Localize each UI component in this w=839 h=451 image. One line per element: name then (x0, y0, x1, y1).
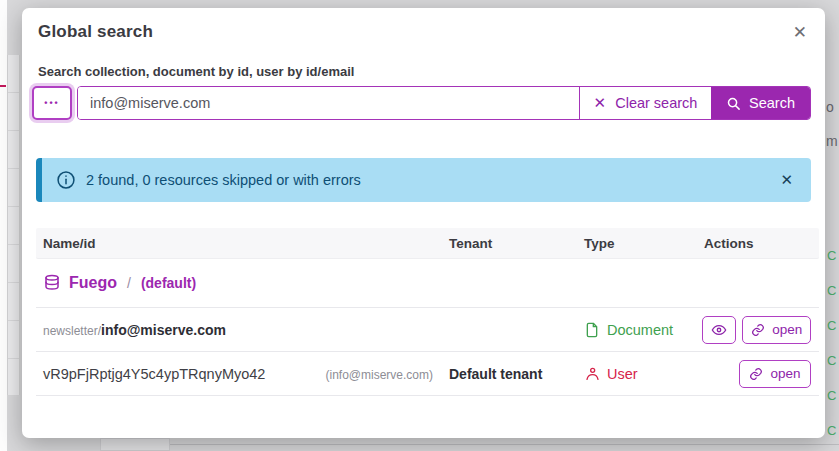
collection-name[interactable]: Fuego (69, 274, 117, 292)
preview-button[interactable] (702, 316, 736, 344)
modal-header: Global search ✕ (30, 22, 811, 43)
link-icon (749, 367, 763, 381)
banner-close-icon[interactable]: ✕ (778, 169, 795, 191)
user-id: vR9pFjRptjg4Y5c4ypTRqnyMyo42 (43, 366, 265, 382)
user-icon (584, 366, 600, 382)
background-page (0, 0, 7, 451)
header-actions: Actions (702, 236, 819, 251)
document-id: info@miserve.com (101, 322, 226, 338)
global-search-modal: Global search ✕ Search collection, docum… (22, 8, 825, 438)
background-accent-dash (0, 85, 6, 87)
collection-group-row[interactable]: Fuego / (default) (36, 259, 819, 308)
header-name-id: Name/id (36, 236, 449, 251)
collection-default-label[interactable]: (default) (141, 275, 196, 291)
clear-icon: ✕ (594, 94, 607, 112)
table-header-row: Name/id Tenant Type Actions (36, 228, 819, 259)
document-path-prefix: newsletter/ (43, 324, 101, 338)
document-icon (584, 322, 600, 338)
results-summary: 2 found, 0 resources skipped or with err… (86, 172, 778, 188)
type-label-document: Document (607, 322, 673, 338)
search-input[interactable] (78, 87, 579, 119)
background-divider (170, 444, 839, 445)
background-table-column (7, 55, 20, 395)
header-type: Type (584, 236, 702, 251)
clear-search-label: Clear search (615, 95, 697, 111)
background-green-text-fragments: CCCCCC (827, 248, 839, 451)
type-label-user: User (607, 366, 638, 382)
close-icon[interactable]: ✕ (789, 22, 811, 43)
background-text-fragments: om (826, 100, 839, 168)
database-icon (43, 274, 61, 292)
user-email-note: (info@miserve.com) (325, 368, 433, 382)
search-button-label: Search (749, 95, 795, 111)
open-document-button[interactable]: open (742, 316, 811, 344)
tenant-name: Default tenant (449, 366, 542, 382)
modal-title: Global search (38, 22, 153, 42)
header-tenant: Tenant (449, 236, 584, 251)
search-button[interactable]: Search (711, 87, 810, 119)
open-user-button[interactable]: open (739, 360, 811, 388)
result-row-document: newsletter/info@miserve.com Document (36, 308, 819, 352)
info-icon (56, 170, 76, 190)
open-button-label: open (772, 322, 802, 337)
ellipsis-icon: ••• (44, 98, 59, 108)
search-bar: ••• ✕ Clear search Search (32, 86, 811, 120)
results-info-banner: 2 found, 0 resources skipped or with err… (36, 158, 811, 202)
path-separator: / (127, 275, 131, 291)
eye-icon (711, 322, 727, 338)
link-icon (751, 323, 765, 337)
search-options-button[interactable]: ••• (32, 86, 72, 120)
result-row-user: vR9pFjRptjg4Y5c4ypTRqnyMyo42 (info@miser… (36, 352, 819, 396)
search-field-label: Search collection, document by id, user … (38, 64, 811, 79)
clear-search-button[interactable]: ✕ Clear search (579, 87, 711, 119)
background-cell (100, 438, 170, 451)
magnifier-icon (726, 96, 741, 111)
results-table: Name/id Tenant Type Actions Fuego / (def… (36, 228, 819, 396)
search-input-group: ✕ Clear search Search (77, 86, 811, 120)
open-button-label: open (770, 366, 800, 381)
